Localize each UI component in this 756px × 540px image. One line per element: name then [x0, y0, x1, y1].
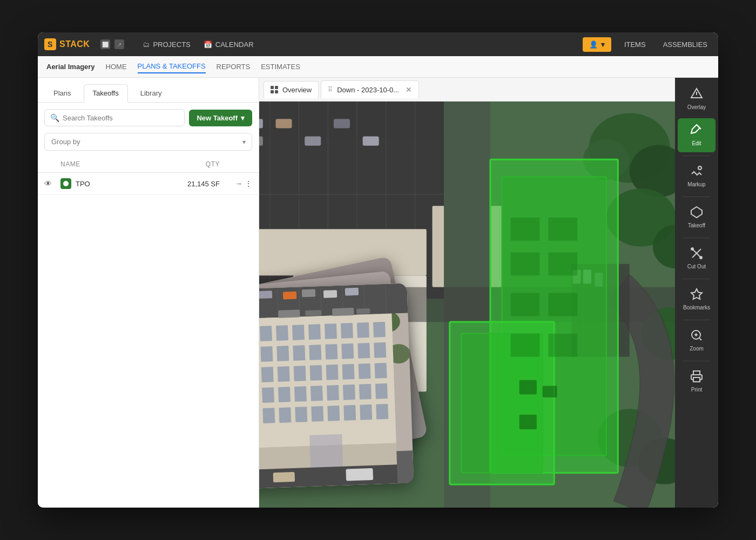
items-nav-label[interactable]: ITEMS	[620, 37, 650, 52]
table-row[interactable]: 👁 TPO 21,145 SF → ⋮	[38, 173, 259, 195]
sub-nav-plans-takeoffs[interactable]: PLANS & TAKEOFFS	[138, 60, 206, 73]
takeoff-row-actions: → ⋮	[220, 179, 252, 188]
sub-nav-home[interactable]: HOME	[106, 60, 127, 73]
svg-rect-86	[341, 343, 354, 359]
sub-nav-estimates[interactable]: ESTIMATES	[261, 60, 300, 73]
assemblies-nav-label[interactable]: ASSEMBLIES	[659, 37, 712, 52]
col-name-header: Name	[60, 160, 166, 168]
svg-rect-14	[305, 136, 321, 145]
search-icon: 🔍	[50, 113, 59, 122]
svg-rect-102	[343, 384, 355, 400]
svg-rect-79	[357, 322, 369, 338]
sidebar-actions: 🔍 New Takeoff ▾	[38, 103, 259, 133]
calendar-label: CALENDAR	[215, 40, 254, 49]
zoom-label: Zoom	[690, 346, 704, 352]
svg-rect-70	[323, 290, 337, 298]
svg-rect-69	[302, 289, 315, 297]
svg-marker-129	[691, 207, 702, 218]
new-takeoff-button[interactable]: New Takeoff ▾	[189, 110, 252, 126]
svg-rect-68	[283, 292, 296, 300]
drag-handle-icon: ⠿	[328, 86, 333, 93]
tab-takeoffs[interactable]: Takeoffs	[84, 84, 128, 103]
expand-button[interactable]: ⬜	[100, 39, 110, 49]
calendar-icon: 📅	[204, 40, 212, 49]
bookmarks-label: Bookmarks	[683, 305, 710, 311]
user-button[interactable]: 👤 ▾	[583, 37, 611, 52]
close-tab-icon[interactable]: ✕	[406, 85, 412, 94]
toolbar-cutout[interactable]: Cut Out	[678, 241, 716, 275]
tab-plans[interactable]: Plans	[44, 84, 80, 102]
svg-rect-48	[511, 334, 540, 357]
top-nav-right: 👤 ▾ ITEMS ASSEMBLIES	[583, 37, 712, 52]
navigate-arrow-icon[interactable]: →	[235, 179, 242, 188]
svg-rect-85	[325, 344, 338, 360]
svg-rect-80	[373, 322, 386, 338]
search-box[interactable]: 🔍	[44, 109, 185, 126]
toolbar-edit[interactable]: Edit	[678, 118, 716, 152]
new-takeoff-label: New Takeoff	[197, 114, 238, 122]
toolbar-overlay[interactable]: Overlay	[678, 82, 716, 116]
tab-overview[interactable]: Overview	[264, 81, 319, 98]
group-by-input[interactable]	[44, 133, 252, 151]
sidebar-tabs: Plans Takeoffs Library	[38, 78, 259, 103]
svg-rect-100	[310, 386, 323, 401]
svg-rect-112	[376, 404, 388, 420]
svg-rect-121	[396, 450, 414, 483]
right-toolbar: Overlay Edit M	[675, 78, 718, 508]
svg-rect-106	[279, 407, 291, 423]
svg-rect-101	[327, 385, 339, 401]
new-takeoff-chevron: ▾	[241, 114, 245, 122]
window-controls: ⬜ ↗	[100, 39, 124, 49]
svg-point-133	[700, 256, 702, 259]
svg-rect-111	[360, 404, 372, 420]
svg-rect-11	[259, 119, 263, 128]
svg-rect-98	[278, 387, 291, 402]
nav-item-projects[interactable]: 🗂 PROJECTS	[137, 37, 195, 52]
search-input[interactable]	[63, 114, 179, 122]
svg-point-128	[698, 166, 701, 170]
svg-rect-105	[262, 408, 275, 423]
nav-item-calendar[interactable]: 📅 CALENDAR	[198, 37, 259, 52]
grid-icon	[271, 86, 278, 93]
sub-nav-brand: Aerial Imagery	[46, 63, 95, 71]
svg-rect-114	[305, 310, 321, 316]
visibility-eye-icon[interactable]: 👁	[44, 179, 60, 188]
svg-rect-75	[292, 325, 305, 340]
logo-s-icon: S	[44, 38, 56, 50]
toolbar-bookmarks[interactable]: Bookmarks	[678, 282, 716, 316]
svg-rect-94	[342, 364, 355, 380]
svg-rect-89	[261, 367, 274, 382]
svg-rect-52	[519, 415, 537, 429]
photo-card-front[interactable]	[259, 284, 414, 489]
svg-rect-15	[334, 119, 350, 128]
toolbar-divider-6	[683, 361, 710, 361]
toolbar-zoom[interactable]: Zoom	[678, 323, 716, 357]
map-area: Overview ⠿ Down - 2023-10-0... ✕	[259, 78, 675, 508]
edit-label: Edit	[692, 140, 701, 147]
svg-rect-67	[259, 291, 272, 299]
toolbar-takeoff[interactable]: Takeoff	[678, 200, 716, 234]
takeoff-label: Takeoff	[688, 222, 705, 229]
svg-rect-93	[326, 364, 339, 380]
svg-rect-50	[519, 380, 537, 395]
svg-rect-95	[359, 363, 371, 379]
tab-plan-view[interactable]: ⠿ Down - 2023-10-0... ✕	[321, 80, 419, 98]
toolbar-print[interactable]: Print	[678, 364, 716, 399]
more-options-icon[interactable]: ⋮	[245, 179, 252, 188]
external-link-button[interactable]: ↗	[114, 39, 124, 49]
svg-rect-42	[511, 218, 540, 241]
takeoff-name: TPO	[76, 180, 166, 188]
tab-library[interactable]: Library	[131, 84, 171, 102]
map-view[interactable]	[259, 102, 675, 508]
sub-nav-reports[interactable]: REPORTS	[217, 60, 251, 73]
svg-point-0	[63, 181, 69, 186]
plan-tab-label: Down - 2023-10-0...	[337, 86, 399, 94]
svg-rect-92	[310, 365, 322, 381]
takeoff-color-icon	[60, 178, 71, 189]
top-nav-items: 🗂 PROJECTS 📅 CALENDAR	[137, 37, 259, 52]
photos-stack	[259, 270, 454, 497]
app-window: S STACK ⬜ ↗ 🗂 PROJECTS 📅 CALENDAR 👤 ▾ IT…	[38, 32, 718, 508]
map-tabs: Overview ⠿ Down - 2023-10-0... ✕	[259, 78, 675, 102]
toolbar-markup[interactable]: Markup	[678, 159, 716, 193]
svg-rect-87	[357, 343, 370, 359]
